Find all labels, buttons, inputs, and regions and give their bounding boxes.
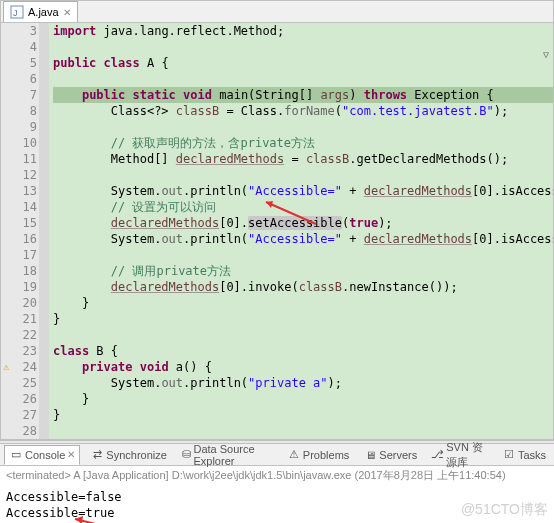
tab-servers[interactable]: 🖥Servers bbox=[359, 446, 421, 464]
tab-data-source[interactable]: ⛁Data Source Explorer bbox=[177, 441, 277, 469]
code-line[interactable]: Method[] declaredMethods = classB.getDec… bbox=[53, 151, 553, 167]
code-area[interactable]: 3456789101112131415161718192021222324252… bbox=[1, 23, 553, 439]
code-line[interactable]: } bbox=[53, 311, 553, 327]
close-icon[interactable]: ✕ bbox=[67, 449, 75, 460]
console-icon: ▭ bbox=[9, 448, 23, 462]
tab-tasks-label: Tasks bbox=[518, 449, 546, 461]
watermark: @51CTO博客 bbox=[461, 501, 548, 519]
tab-console-label: Console bbox=[25, 449, 65, 461]
code-line[interactable] bbox=[53, 423, 553, 439]
editor-pane: J A.java ✕ 34567891011121314151617181920… bbox=[0, 0, 554, 440]
close-icon[interactable]: ✕ bbox=[63, 7, 71, 18]
sync-icon: ⇄ bbox=[90, 448, 104, 462]
code-line[interactable]: System.out.println("Accessible=" + decla… bbox=[53, 231, 553, 247]
code-line[interactable]: System.out.println("Accessible=" + decla… bbox=[53, 183, 553, 199]
java-file-icon: J bbox=[10, 5, 24, 19]
servers-icon: 🖥 bbox=[363, 448, 377, 462]
editor-menu-icon[interactable]: ▽ bbox=[543, 47, 549, 63]
code-line[interactable]: declaredMethods[0].setAccessible(true); bbox=[53, 215, 553, 231]
svn-icon: ⎇ bbox=[431, 448, 444, 462]
code-line[interactable]: // 获取声明的方法，含private方法 bbox=[53, 135, 553, 151]
tab-servers-label: Servers bbox=[379, 449, 417, 461]
editor-tab-bar: J A.java ✕ bbox=[1, 1, 553, 23]
code-content[interactable]: import java.lang.reflect.Method; public … bbox=[49, 23, 553, 439]
code-line[interactable] bbox=[53, 247, 553, 263]
tab-sync-label: Synchronize bbox=[106, 449, 167, 461]
code-line[interactable]: class B { bbox=[53, 343, 553, 359]
code-line[interactable]: private void a() { bbox=[53, 359, 553, 375]
line-number-gutter: 3456789101112131415161718192021222324252… bbox=[1, 23, 49, 439]
tab-svn-label: SVN 资源库 bbox=[446, 440, 488, 470]
code-line[interactable]: import java.lang.reflect.Method; bbox=[53, 23, 553, 39]
tasks-icon: ☑ bbox=[502, 448, 516, 462]
tab-problems[interactable]: ⚠Problems bbox=[283, 446, 353, 464]
tab-dse-label: Data Source Explorer bbox=[193, 443, 272, 467]
code-line[interactable] bbox=[53, 119, 553, 135]
code-line[interactable]: } bbox=[53, 407, 553, 423]
editor-tab[interactable]: J A.java ✕ bbox=[3, 1, 78, 22]
code-line[interactable]: // 调用private方法 bbox=[53, 263, 553, 279]
problems-icon: ⚠ bbox=[287, 448, 301, 462]
editor-tab-label: A.java bbox=[28, 6, 59, 18]
code-line[interactable]: declaredMethods[0].invoke(classB.newInst… bbox=[53, 279, 553, 295]
tab-svn[interactable]: ⎇SVN 资源库 bbox=[427, 438, 492, 472]
code-line[interactable] bbox=[53, 71, 553, 87]
svg-text:J: J bbox=[13, 8, 18, 18]
code-line[interactable] bbox=[53, 39, 553, 55]
code-line[interactable]: } bbox=[53, 295, 553, 311]
code-line[interactable]: Class<?> classB = Class.forName("com.tes… bbox=[53, 103, 553, 119]
code-line[interactable]: public static void main(String[] args) t… bbox=[53, 87, 553, 103]
tab-problems-label: Problems bbox=[303, 449, 349, 461]
db-icon: ⛁ bbox=[181, 448, 192, 462]
tab-tasks[interactable]: ☑Tasks bbox=[498, 446, 550, 464]
code-line[interactable]: public class A { bbox=[53, 55, 553, 71]
code-line[interactable]: // 设置为可以访问 bbox=[53, 199, 553, 215]
code-line[interactable] bbox=[53, 327, 553, 343]
bottom-tab-bar: ▭Console✕ ⇄Synchronize ⛁Data Source Expl… bbox=[0, 444, 554, 466]
code-line[interactable] bbox=[53, 167, 553, 183]
tab-synchronize[interactable]: ⇄Synchronize bbox=[86, 446, 171, 464]
tab-console[interactable]: ▭Console✕ bbox=[4, 445, 80, 465]
code-line[interactable]: } bbox=[53, 391, 553, 407]
code-line[interactable]: System.out.println("private a"); bbox=[53, 375, 553, 391]
console-status: <terminated> A [Java Application] D:\wor… bbox=[0, 466, 554, 485]
